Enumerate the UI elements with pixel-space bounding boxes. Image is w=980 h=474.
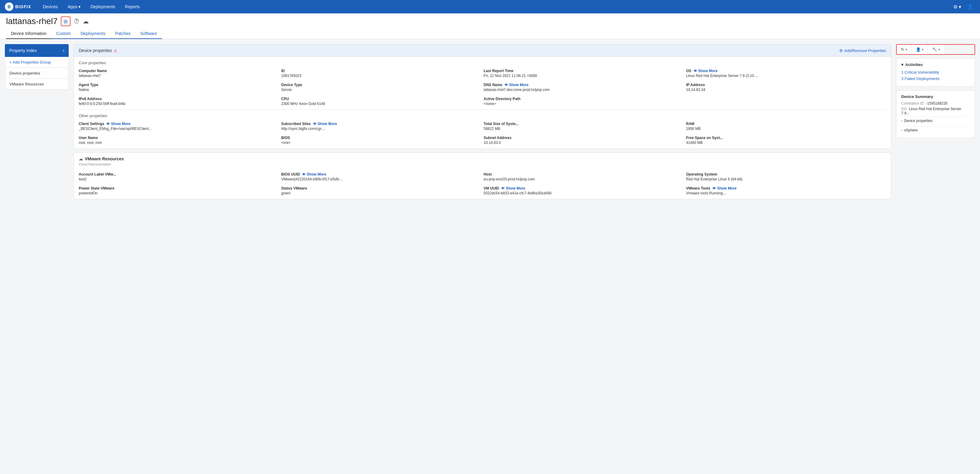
nav-right: ⚙ ▾ 👤 <box>951 2 975 11</box>
vmware-properties-grid: Account Label VMw... test2 BIOS UUID 👁 S… <box>79 172 886 195</box>
property-agent-type: Agent Type Native <box>79 83 279 92</box>
user-icon: 👤 <box>916 47 921 52</box>
logo[interactable]: B BIGFIX <box>5 2 31 11</box>
vmware-resources-header: ☁ VMware Resources <box>74 153 891 163</box>
tab-device-information[interactable]: Device Information <box>6 29 51 39</box>
right-panel: ↻ ▾ 👤 ▾ 🔧 ▾ ▾ Activities 1 Critical Vuln… <box>896 44 975 474</box>
tab-patches[interactable]: Patches <box>110 29 135 39</box>
refresh-icon: ↻ <box>901 47 904 52</box>
vmware-tools-show-more-link[interactable]: Show More <box>717 186 737 190</box>
vmware-cloud-icon: ☁ <box>79 156 83 161</box>
property-ipv6-address: IPv6 Address fe80:0:0:0:250:56ff:fea8:b4… <box>79 97 279 106</box>
nav-item-reports[interactable]: Reports <box>121 2 144 11</box>
property-status-vmware: Status VMware green <box>281 186 481 195</box>
page-header: lattanas-rhel7 ⊞ ⏱ ☁ Device Information … <box>0 13 980 39</box>
chevron-right-icon-2: › <box>901 129 902 132</box>
device-properties-card: Device properties ⚠ ⚙ Add/Remove Propert… <box>73 44 891 149</box>
tab-custom[interactable]: Custom <box>51 29 76 39</box>
subscribed-sites-show-more-link[interactable]: Show More <box>318 122 337 126</box>
other-properties-title: Other properties <box>79 113 886 118</box>
property-account-label: Account Label VMw... test2 <box>79 172 279 181</box>
cloud-icon[interactable]: ☁ <box>83 18 89 25</box>
correlation-id-row: Correlation ID -1595189235 <box>901 101 970 105</box>
property-client-settings: Client Settings 👁 Show More _BESClient_E… <box>79 122 279 131</box>
os-show-more-link[interactable]: Show More <box>698 69 718 73</box>
core-properties-section: Core properties Computer Name lattanas-r… <box>74 57 891 110</box>
property-bios-uuid: BIOS UUID 👁 Show More VMware|42220164-b9… <box>281 172 481 181</box>
property-ip-address: IP Address 10.14.83.34 <box>686 83 886 92</box>
sidebar: Property Index ‹ + Add Properties Group … <box>5 44 69 474</box>
chevron-down-icon: ▾ <box>901 62 904 67</box>
failed-deployments-link[interactable]: 3 Failed Deployments <box>901 77 970 81</box>
property-operating-system: Operating System Red Hat Enterprise Linu… <box>686 172 886 181</box>
property-free-space: Free Space on Syst... 41480 MB <box>686 136 886 145</box>
property-subnet-address: Subnet Address 10.14.83.0 <box>484 136 684 145</box>
property-last-report-time: Last Report Time Fri, 12 Nov 2021 11:06:… <box>484 69 684 78</box>
settings-button[interactable]: ⚙ ▾ <box>951 2 963 11</box>
nav-item-apps[interactable]: Apps ▾ <box>63 2 85 11</box>
add-remove-properties-link[interactable]: ⚙ Add/Remove Properties <box>839 48 886 53</box>
property-vm-uuid: VM UUID 👁 Show More 5022dc54-b833-e41e-c… <box>484 186 684 195</box>
vmware-subtitle: Cloud Representation <box>74 163 891 169</box>
tab-deployments[interactable]: Deployments <box>76 29 110 39</box>
sidebar-item-add-properties-group[interactable]: + Add Properties Group <box>5 57 69 68</box>
vmware-title: VMware Resources <box>85 156 124 161</box>
dns-show-more-eye-icon: 👁 <box>504 83 508 87</box>
chevron-right-icon: › <box>901 119 902 123</box>
other-properties-section: Other properties Client Settings 👁 Show … <box>74 110 891 148</box>
property-id: ID 1081765023 <box>281 69 481 78</box>
gear-icon: ⚙ <box>839 48 843 53</box>
subscribed-sites-eye-icon: 👁 <box>313 122 317 126</box>
device-title: lattanas-rhel7 <box>6 16 58 26</box>
client-settings-show-more-link[interactable]: Show More <box>111 122 130 126</box>
logo-circle: B <box>5 2 13 11</box>
vmware-tools-eye-icon: 👁 <box>713 187 716 190</box>
nav-item-deployments[interactable]: Deployments <box>86 2 119 11</box>
os-row: OS Linux Red Hat Enterprise Server 7.9..… <box>901 107 970 115</box>
property-cpu: CPU 2300 MHz Xeon Gold 6140 <box>281 97 481 106</box>
logo-text: BIGFIX <box>15 4 31 9</box>
dns-show-more-link[interactable]: Show More <box>509 83 528 87</box>
tab-software[interactable]: Software <box>135 29 162 39</box>
core-properties-grid: Computer Name lattanas-rhel7 ID 10817650… <box>79 69 886 106</box>
property-power-state: Power State VMware poweredOn <box>79 186 279 195</box>
action-buttons-row: ↻ ▾ 👤 ▾ 🔧 ▾ <box>896 44 975 55</box>
history-icon[interactable]: ⏱ <box>73 18 80 25</box>
refresh-button[interactable]: ↻ ▾ <box>897 45 912 54</box>
property-active-directory-path: Active Directory Path <none> <box>484 97 684 106</box>
tools-button[interactable]: 🔧 ▾ <box>928 45 944 54</box>
user-action-button[interactable]: 👤 ▾ <box>912 45 928 54</box>
nav-items: Devices Apps ▾ Deployments Reports <box>38 2 951 11</box>
critical-vulnerability-link[interactable]: 1 Critical Vulnerability <box>901 70 970 75</box>
grid-icon-button[interactable]: ⊞ <box>61 16 70 26</box>
activities-title: ▾ Activities <box>901 62 970 67</box>
bios-uuid-show-more-link[interactable]: Show More <box>307 172 326 176</box>
sidebar-item-device-properties[interactable]: Device properties <box>5 68 69 79</box>
other-properties-grid: Client Settings 👁 Show More _BESClient_E… <box>79 122 886 145</box>
bios-uuid-eye-icon: 👁 <box>302 172 305 176</box>
sidebar-chevron-icon: ‹ <box>63 48 64 53</box>
sidebar-header[interactable]: Property Index ‹ <box>5 44 69 57</box>
property-ram: RAM 1856 MB <box>686 122 886 131</box>
property-total-size: Total Size of Syste... 58822 MB <box>484 122 684 131</box>
vm-uuid-eye-icon: 👁 <box>501 187 504 190</box>
user-button[interactable]: 👤 <box>966 2 975 11</box>
device-summary-title: Device Summary <box>901 94 970 99</box>
nav-item-devices[interactable]: Devices <box>38 2 62 11</box>
warning-icon: ⚠ <box>114 48 117 53</box>
property-dns-name: DNS Name 👁 Show More lattanas-rhel7.dev.… <box>484 83 684 92</box>
property-card-header: Device properties ⚠ ⚙ Add/Remove Propert… <box>74 45 891 57</box>
top-navigation: B BIGFIX Devices Apps ▾ Deployments Repo… <box>0 0 980 13</box>
main-layout: Property Index ‹ + Add Properties Group … <box>0 39 980 474</box>
vm-uuid-show-more-link[interactable]: Show More <box>506 186 525 190</box>
vsphere-expand[interactable]: › vSphere <box>901 126 970 134</box>
sidebar-title: Property Index <box>9 48 37 53</box>
page-tabs: Device Information Custom Deployments Pa… <box>6 27 974 39</box>
property-user-name: User Name root, root, root <box>79 136 279 145</box>
property-device-type: Device Type Server <box>281 83 481 92</box>
sidebar-item-vmware-resources[interactable]: VMware Resources <box>5 79 69 90</box>
property-card-title: Device properties ⚠ <box>79 48 117 53</box>
device-properties-expand[interactable]: › Device properties <box>901 117 970 125</box>
os-show-more-eye-icon: 👁 <box>694 69 697 73</box>
vmware-properties-section: Account Label VMw... test2 BIOS UUID 👁 S… <box>74 169 891 199</box>
